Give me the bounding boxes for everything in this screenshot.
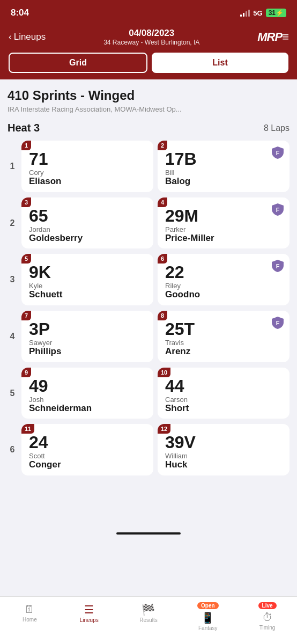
sponsor-badge: F	[270, 145, 285, 162]
driver-first-name: Parker	[165, 225, 283, 233]
nav-item-lineups[interactable]: ☰Lineups	[60, 601, 119, 633]
driver-first-name: Travis	[165, 339, 283, 347]
nav-badge-timing: Live	[258, 602, 277, 609]
sponsor-icon: F	[270, 315, 285, 330]
driver-first-name: Riley	[165, 282, 283, 290]
back-label: Lineups	[14, 32, 46, 42]
chevron-left-icon: ‹	[9, 32, 12, 42]
driver-card[interactable]: 622RileyGoodno F	[158, 254, 289, 305]
driver-card[interactable]: 1239VWilliamHuck	[158, 424, 289, 475]
sponsor-badge: F	[270, 315, 285, 332]
driver-last-name: Conger	[29, 460, 147, 470]
car-number: 65	[29, 207, 147, 224]
nav-label-lineups: Lineups	[80, 617, 99, 623]
driver-card[interactable]: 171CoryEliason	[21, 141, 153, 192]
driver-card[interactable]: 365JordanGoldesberry	[21, 197, 153, 249]
driver-cards: 171CoryEliason217BBillBalog F	[21, 141, 289, 192]
nav-badge-fantasy: Open	[197, 602, 219, 609]
driver-first-name: Scott	[29, 452, 147, 460]
driver-last-name: Phillips	[29, 347, 147, 357]
bottom-nav: 🗓Home☰Lineups🏁ResultsOpen📱FantasyLive⏱Ti…	[0, 596, 297, 644]
car-number: 29M	[165, 207, 283, 224]
tab-list[interactable]: List	[152, 53, 288, 73]
row-number: 2	[8, 218, 17, 228]
svg-text:F: F	[276, 207, 280, 213]
status-time: 8:04	[11, 8, 29, 18]
tab-bar: Grid List	[0, 53, 297, 79]
car-number: 49	[29, 377, 147, 394]
position-badge: 2	[158, 141, 167, 150]
nav-label-home: Home	[23, 617, 37, 623]
signal-icon	[240, 9, 250, 17]
header-venue: 34 Raceway - West Burlington, IA	[103, 39, 199, 46]
car-number: 71	[29, 150, 147, 167]
driver-cards: 1124ScottConger1239VWilliamHuck	[21, 424, 289, 475]
driver-cards: 365JordanGoldesberry429MParkerPrice-Mill…	[21, 197, 289, 249]
sponsor-icon: F	[270, 202, 285, 217]
nav-item-timing[interactable]: Live⏱Timing	[237, 601, 297, 633]
header-date: 04/08/2023	[103, 28, 199, 39]
driver-cards: 949JoshSchneiderman1044CarsonShort	[21, 368, 289, 419]
sponsor-icon: F	[270, 258, 285, 273]
driver-cards: 59KKyleSchuett622RileyGoodno F	[21, 254, 289, 305]
nav-icon-results: 🏁	[142, 603, 155, 616]
header: ‹ Lineups 04/08/2023 34 Raceway - West B…	[0, 24, 297, 53]
mrp-logo: MRP≡	[257, 30, 288, 44]
heat-title: Heat 3	[8, 122, 40, 134]
nav-item-fantasy[interactable]: Open📱Fantasy	[178, 601, 237, 633]
car-number: 44	[165, 377, 283, 394]
row-number: 3	[8, 275, 17, 284]
driver-last-name: Goldesberry	[29, 233, 147, 244]
nav-icon-fantasy: 📱	[201, 611, 214, 624]
sponsor-badge: F	[270, 202, 285, 219]
driver-card[interactable]: 59KKyleSchuett	[21, 254, 153, 305]
car-number: 39V	[165, 434, 283, 451]
driver-last-name: Arenz	[165, 347, 283, 357]
tab-grid[interactable]: Grid	[9, 53, 147, 73]
car-number: 3P	[29, 320, 147, 338]
grid-row: 359KKyleSchuett622RileyGoodno F	[8, 254, 289, 305]
row-number: 6	[8, 445, 17, 455]
driver-card[interactable]: 429MParkerPrice-Miller F	[158, 197, 289, 249]
grid-row: 5949JoshSchneiderman1044CarsonShort	[8, 368, 289, 419]
driver-first-name: William	[165, 452, 283, 460]
back-button[interactable]: ‹ Lineups	[9, 32, 46, 42]
driver-last-name: Short	[165, 404, 283, 414]
status-icons: 5G 31⚡	[240, 9, 286, 17]
nav-label-fantasy: Fantasy	[198, 625, 218, 631]
nav-item-results[interactable]: 🏁Results	[119, 601, 179, 633]
sponsor-badge: F	[270, 258, 285, 275]
driver-last-name: Schuett	[29, 290, 147, 300]
car-number: 25T	[165, 320, 283, 338]
driver-last-name: Balog	[165, 177, 283, 187]
position-badge: 4	[158, 197, 167, 207]
driver-first-name: Sawyer	[29, 339, 147, 347]
race-subtitle: IRA Interstate Racing Association, MOWA-…	[8, 105, 289, 113]
main-content: 410 Sprints - Winged IRA Interstate Raci…	[0, 79, 297, 529]
driver-last-name: Eliason	[29, 177, 147, 187]
car-number: 9K	[29, 264, 147, 281]
driver-first-name: Cory	[29, 169, 147, 177]
driver-last-name: Price-Miller	[165, 233, 283, 244]
position-badge: 1	[21, 141, 31, 150]
driver-card[interactable]: 1044CarsonShort	[158, 368, 289, 419]
nav-icon-lineups: ☰	[84, 603, 94, 616]
driver-card[interactable]: 217BBillBalog F	[158, 141, 289, 192]
position-badge: 8	[158, 311, 167, 320]
grid-row: 1171CoryEliason217BBillBalog F	[8, 141, 289, 192]
driver-card[interactable]: 1124ScottConger	[21, 424, 153, 475]
driver-first-name: Jordan	[29, 225, 147, 233]
nav-item-home[interactable]: 🗓Home	[0, 601, 60, 633]
driver-card[interactable]: 825TTravisArenz F	[158, 311, 289, 362]
row-number: 1	[8, 162, 17, 171]
car-number: 22	[165, 264, 283, 281]
grid-rows: 1171CoryEliason217BBillBalog F 2365Jorda…	[8, 141, 289, 475]
nav-label-results: Results	[139, 617, 157, 623]
driver-first-name: Carson	[165, 396, 283, 404]
header-center: 04/08/2023 34 Raceway - West Burlington,…	[103, 28, 199, 46]
driver-card[interactable]: 73PSawyerPhillips	[21, 311, 153, 362]
driver-card[interactable]: 949JoshSchneiderman	[21, 368, 153, 419]
driver-last-name: Goodno	[165, 290, 283, 300]
driver-cards: 73PSawyerPhillips825TTravisArenz F	[21, 311, 289, 362]
home-indicator	[116, 532, 181, 535]
